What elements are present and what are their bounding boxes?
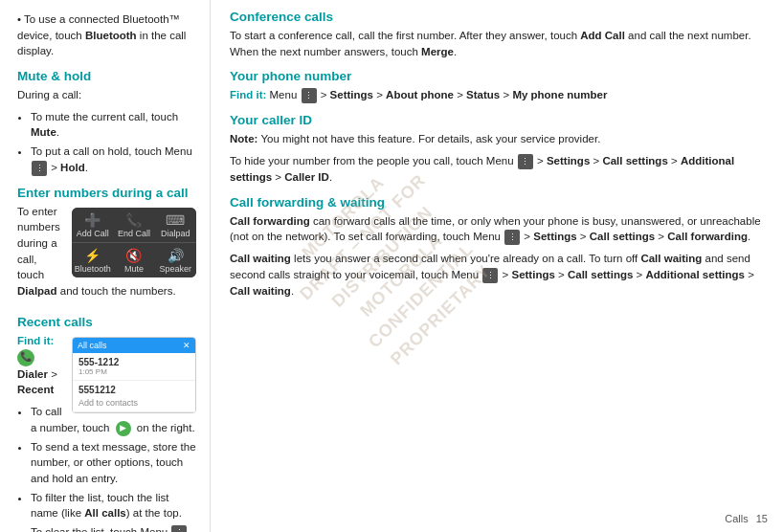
menu-icon-6: ⋮ [482, 268, 498, 283]
enter-numbers-heading: Enter numbers during a call [17, 186, 196, 200]
add-call-button[interactable]: ➕ Add Call [72, 208, 113, 242]
all-calls-label: All calls [78, 341, 107, 350]
call-number-2: 5551212 [78, 385, 190, 395]
bullet-mute: To mute the current call, touch Mute. [31, 109, 196, 141]
your-phone-number-heading: Your phone number [230, 69, 768, 83]
mute-button[interactable]: 🔇 Mute [113, 243, 154, 277]
recent-calls-heading: Recent calls [17, 315, 196, 329]
add-to-contacts: Add to contacts [78, 398, 190, 408]
bullet-clear: To clear the list, touch Menu ⋮. [31, 524, 196, 532]
bluetooth-label: Bluetooth [75, 264, 111, 274]
add-call-icon: ➕ [84, 212, 101, 228]
caller-id-text: To hide your number from the people you … [230, 153, 768, 186]
dialpad-icon: ⌨ [166, 212, 185, 228]
call-controls-widget: ➕ Add Call 📞 End Call ⌨ Dialpad [72, 208, 196, 277]
recent-calls-section: All calls ✕ 555-1212 1:05 PM 5551212 Add… [17, 333, 196, 532]
menu-icon-2: ⋮ [171, 525, 187, 532]
speaker-label: Speaker [160, 264, 192, 274]
bullet-filter: To filter the list, touch the list name … [31, 490, 196, 521]
call-forwarding-heading: Call forwarding & waiting [230, 195, 768, 210]
page-footer: Calls 15 [725, 513, 768, 524]
your-caller-id-heading: Your caller ID [230, 113, 768, 127]
right-column: Conference calls To start a conference c… [211, 0, 783, 532]
speaker-button[interactable]: 🔊 Speaker [155, 243, 196, 277]
bluetooth-para: • To use a connected Bluetooth™ device, … [17, 11, 196, 59]
menu-icon-3: ⋮ [302, 88, 317, 103]
page-number: 15 [756, 513, 768, 524]
mute-icon: 🔇 [125, 248, 142, 263]
bullet-send-text: To send a text message, store the number… [31, 439, 196, 487]
conference-calls-text: To start a conference call, call the fir… [230, 28, 768, 59]
call-right-icon: ▶ [116, 421, 131, 436]
during-a-call-text: During a call: [17, 87, 196, 103]
calls-label: Calls [725, 513, 748, 524]
find-it-label: Find it: [17, 335, 54, 346]
call-forwarding-text: Call forwarding can forward calls all th… [230, 213, 768, 246]
call-number-1: 555-1212 [78, 357, 190, 367]
speaker-icon: 🔊 [168, 248, 184, 263]
conference-calls-heading: Conference calls [230, 10, 768, 24]
recent-calls-bullets: To call a number, touch ▶ on the right. … [17, 404, 196, 532]
dialpad-button[interactable]: ⌨ Dialpad [155, 208, 196, 242]
dialpad-label: Dialpad [161, 229, 190, 238]
add-call-label: Add Call [77, 229, 109, 238]
mute-label: Mute [124, 264, 144, 274]
call-item-1: 555-1212 1:05 PM [73, 353, 195, 381]
dialer-icon: 📞 [17, 349, 34, 366]
call-item-2: 5551212 Add to contacts [73, 381, 195, 412]
menu-icon: ⋮ [32, 161, 47, 176]
mute-hold-heading: Mute & hold [17, 69, 196, 83]
menu-icon-4: ⋮ [518, 154, 533, 169]
menu-icon-5: ⋮ [504, 230, 520, 245]
end-call-button[interactable]: 📞 End Call [113, 208, 154, 242]
screenshot-header: All calls ✕ [73, 338, 195, 353]
left-column: • To use a connected Bluetooth™ device, … [0, 0, 211, 532]
end-call-label: End Call [118, 229, 150, 238]
recent-calls-screenshot: All calls ✕ 555-1212 1:05 PM 5551212 Add… [72, 337, 196, 413]
screenshot-close-icon: ✕ [183, 341, 190, 350]
your-phone-number-text: Find it: Menu ⋮ > Settings > About phone… [230, 87, 768, 103]
bluetooth-icon: ⚡ [84, 248, 101, 263]
enter-numbers-section: ➕ Add Call 📞 End Call ⌨ Dialpad [17, 204, 196, 305]
mute-hold-bullets: To mute the current call, touch Mute. To… [17, 109, 196, 176]
call-time-1: 1:05 PM [78, 367, 190, 376]
find-it-label-phone: Find it: [230, 89, 266, 100]
caller-id-note: Note: You might not have this feature. F… [230, 131, 768, 147]
bullet-hold: To put a call on hold, touch Menu ⋮ > Ho… [31, 144, 196, 176]
end-call-icon: 📞 [125, 212, 142, 228]
bluetooth-button[interactable]: ⚡ Bluetooth [72, 243, 113, 277]
call-waiting-text: Call waiting lets you answer a second ca… [230, 251, 768, 299]
